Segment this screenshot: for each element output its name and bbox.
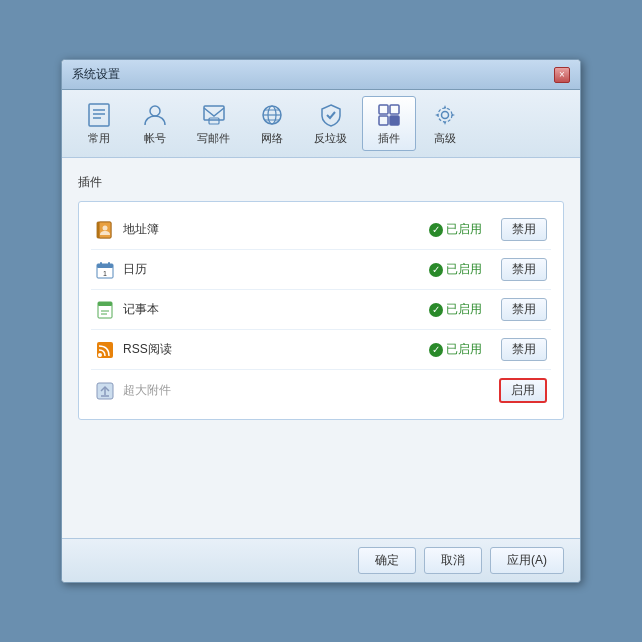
calendar-name: 日历 <box>123 261 429 278</box>
plugin-row-notes: 记事本 ✓ 已启用 禁用 <box>91 290 551 330</box>
svg-rect-22 <box>97 264 113 268</box>
tab-plugin-label: 插件 <box>378 131 400 146</box>
toolbar: 常用 帐号 写邮件 <box>62 90 580 158</box>
large-attach-icon <box>95 381 115 401</box>
apply-button[interactable]: 应用(A) <box>490 547 564 574</box>
calendar-disable-btn[interactable]: 禁用 <box>501 258 547 281</box>
svg-point-20 <box>103 225 108 230</box>
svg-point-17 <box>438 108 452 122</box>
svg-rect-6 <box>209 118 219 124</box>
system-settings-window: 系统设置 × 常用 帐号 <box>61 59 581 583</box>
svg-rect-0 <box>89 104 109 126</box>
svg-point-16 <box>442 112 449 119</box>
close-button[interactable]: × <box>554 67 570 83</box>
svg-rect-13 <box>390 105 399 114</box>
rss-status: ✓ 已启用 <box>429 341 489 358</box>
calendar-status: ✓ 已启用 <box>429 261 489 278</box>
plugin-row-large-attach: 超大附件 启用 <box>91 370 551 411</box>
svg-text:1: 1 <box>103 270 107 277</box>
title-bar: 系统设置 × <box>62 60 580 90</box>
svg-rect-15 <box>390 116 399 125</box>
window-title: 系统设置 <box>72 66 120 83</box>
svg-point-4 <box>150 106 160 116</box>
notes-status: ✓ 已启用 <box>429 301 489 318</box>
svg-rect-12 <box>379 105 388 114</box>
network-icon <box>258 101 286 129</box>
ok-button[interactable]: 确定 <box>358 547 416 574</box>
tab-account[interactable]: 帐号 <box>128 96 182 151</box>
section-title: 插件 <box>78 174 564 191</box>
tab-compose[interactable]: 写邮件 <box>184 96 243 151</box>
notes-disable-btn[interactable]: 禁用 <box>501 298 547 321</box>
svg-rect-23 <box>100 262 102 266</box>
compose-icon <box>200 101 228 129</box>
tab-advanced[interactable]: 高级 <box>418 96 472 151</box>
address-book-status: ✓ 已启用 <box>429 221 489 238</box>
tab-plugin[interactable]: 插件 <box>362 96 416 151</box>
rss-disable-btn[interactable]: 禁用 <box>501 338 547 361</box>
notes-name: 记事本 <box>123 301 429 318</box>
spam-icon <box>317 101 345 129</box>
calendar-status-dot: ✓ <box>429 263 443 277</box>
notes-icon <box>95 300 115 320</box>
account-icon <box>141 101 169 129</box>
address-book-name: 地址簿 <box>123 221 429 238</box>
rss-icon <box>95 340 115 360</box>
plugin-row-rss: RSS阅读 ✓ 已启用 禁用 <box>91 330 551 370</box>
footer: 确定 取消 应用(A) <box>62 538 580 582</box>
notes-status-dot: ✓ <box>429 303 443 317</box>
tab-spam-label: 反垃圾 <box>314 131 347 146</box>
plugin-list: 地址簿 ✓ 已启用 禁用 1 日历 <box>78 201 564 420</box>
tab-common-label: 常用 <box>88 131 110 146</box>
calendar-icon: 1 <box>95 260 115 280</box>
advanced-icon <box>431 101 459 129</box>
large-attach-name: 超大附件 <box>123 382 499 399</box>
plugin-icon <box>375 101 403 129</box>
svg-rect-27 <box>98 302 112 306</box>
rss-status-dot: ✓ <box>429 343 443 357</box>
address-book-disable-btn[interactable]: 禁用 <box>501 218 547 241</box>
tab-account-label: 帐号 <box>144 131 166 146</box>
svg-rect-24 <box>108 262 110 266</box>
common-icon <box>85 101 113 129</box>
content-area: 插件 地址簿 ✓ 已启用 禁用 <box>62 158 580 538</box>
cancel-button[interactable]: 取消 <box>424 547 482 574</box>
address-book-icon <box>95 220 115 240</box>
tab-common[interactable]: 常用 <box>72 96 126 151</box>
tab-network-label: 网络 <box>261 131 283 146</box>
plugin-row-address-book: 地址簿 ✓ 已启用 禁用 <box>91 210 551 250</box>
plugin-row-calendar: 1 日历 ✓ 已启用 禁用 <box>91 250 551 290</box>
tab-compose-label: 写邮件 <box>197 131 230 146</box>
large-attach-enable-btn[interactable]: 启用 <box>499 378 547 403</box>
tab-network[interactable]: 网络 <box>245 96 299 151</box>
rss-name: RSS阅读 <box>123 341 429 358</box>
address-book-status-dot: ✓ <box>429 223 443 237</box>
tab-advanced-label: 高级 <box>434 131 456 146</box>
svg-rect-14 <box>379 116 388 125</box>
tab-spam[interactable]: 反垃圾 <box>301 96 360 151</box>
svg-point-31 <box>98 353 102 357</box>
